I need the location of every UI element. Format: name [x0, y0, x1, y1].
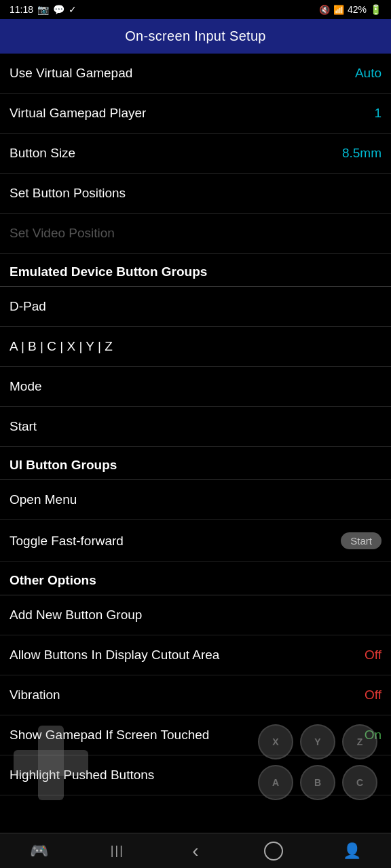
- setting-button-size[interactable]: Button Size 8.5mm: [0, 134, 391, 174]
- setting-value: Auto: [355, 66, 381, 81]
- nav-circle[interactable]: [235, 833, 313, 868]
- setting-label: Start: [10, 419, 37, 434]
- status-bar: 11:18 📷 💬 ✓ 🔇 📶 42% 🔋: [0, 0, 391, 19]
- setting-label: Allow Buttons In Display Cutout Area: [10, 648, 219, 663]
- back-icon: ‹: [192, 840, 198, 862]
- setting-label: Set Video Position: [10, 226, 115, 241]
- setting-label: Open Menu: [10, 492, 77, 507]
- setting-use-virtual-gamepad[interactable]: Use Virtual Gamepad Auto: [0, 54, 391, 94]
- nav-bars[interactable]: |||: [78, 833, 156, 868]
- nav-back[interactable]: ‹: [156, 833, 234, 868]
- time: 11:18: [10, 4, 33, 15]
- nav-gamepad[interactable]: 🎮: [0, 833, 78, 868]
- setting-vibration[interactable]: Vibration Off: [0, 675, 391, 715]
- battery-icon: 🔋: [370, 4, 381, 15]
- setting-label: D-Pad: [10, 299, 46, 314]
- mute-icon: 🔇: [319, 5, 330, 15]
- setting-value: On: [365, 728, 381, 743]
- msg-icon: 💬: [53, 4, 64, 15]
- setting-show-gamepad[interactable]: Show Gamepad If Screen Touched On: [0, 715, 391, 755]
- setting-set-button-positions[interactable]: Set Button Positions: [0, 174, 391, 214]
- setting-label: Set Button Positions: [10, 186, 126, 201]
- battery-text: 42%: [348, 4, 367, 15]
- fast-forward-badge: Start: [341, 532, 381, 549]
- profile-icon: 👤: [343, 842, 361, 860]
- section-header-other: Other Options: [0, 562, 391, 595]
- setting-abcxyz[interactable]: A | B | C | X | Y | Z: [0, 327, 391, 367]
- section-header-ui: UI Button Groups: [0, 447, 391, 480]
- setting-label: A | B | C | X | Y | Z: [10, 339, 113, 354]
- title-bar: On-screen Input Setup: [0, 19, 391, 54]
- page-title: On-screen Input Setup: [125, 28, 266, 43]
- bottom-nav: 🎮 ||| ‹ 👤: [0, 833, 391, 868]
- settings-list: Use Virtual Gamepad Auto Virtual Gamepad…: [0, 54, 391, 795]
- setting-highlight-pushed[interactable]: Highlight Pushed Buttons: [0, 755, 391, 795]
- setting-virtual-gamepad-player[interactable]: Virtual Gamepad Player 1: [0, 94, 391, 134]
- setting-toggle-fast-forward[interactable]: Toggle Fast-forward Start: [0, 520, 391, 562]
- setting-label: Use Virtual Gamepad: [10, 66, 132, 81]
- setting-label: Virtual Gamepad Player: [10, 106, 146, 121]
- setting-start[interactable]: Start: [0, 407, 391, 447]
- setting-label: Add New Button Group: [10, 608, 142, 623]
- setting-label: Vibration: [10, 688, 60, 703]
- status-left: 11:18 📷 💬 ✓: [10, 4, 77, 15]
- section-header-emulated: Emulated Device Button Groups: [0, 254, 391, 287]
- setting-label: Toggle Fast-forward: [10, 534, 124, 549]
- setting-d-pad[interactable]: D-Pad: [0, 287, 391, 327]
- bars-icon: |||: [111, 844, 124, 858]
- setting-open-menu[interactable]: Open Menu: [0, 480, 391, 520]
- signal-icon: 📶: [333, 5, 344, 15]
- setting-label: Highlight Pushed Buttons: [10, 768, 154, 783]
- setting-set-video-position: Set Video Position: [0, 214, 391, 254]
- setting-value: 8.5mm: [342, 146, 381, 161]
- setting-value: Off: [365, 648, 381, 663]
- setting-value: Off: [365, 688, 381, 703]
- setting-label: Button Size: [10, 146, 75, 161]
- setting-add-new-button-group[interactable]: Add New Button Group: [0, 595, 391, 635]
- check-icon: ✓: [69, 4, 77, 15]
- nav-profile[interactable]: 👤: [313, 833, 391, 868]
- setting-mode[interactable]: Mode: [0, 367, 391, 407]
- circle-icon: [264, 842, 283, 861]
- camera-icon: 📷: [37, 4, 49, 15]
- setting-label: Show Gamepad If Screen Touched: [10, 728, 209, 743]
- status-right: 🔇 📶 42% 🔋: [319, 4, 381, 15]
- setting-label: Mode: [10, 379, 42, 394]
- gamepad-icon: 🎮: [30, 842, 48, 860]
- setting-value: 1: [374, 106, 381, 121]
- setting-allow-buttons-cutout[interactable]: Allow Buttons In Display Cutout Area Off: [0, 635, 391, 675]
